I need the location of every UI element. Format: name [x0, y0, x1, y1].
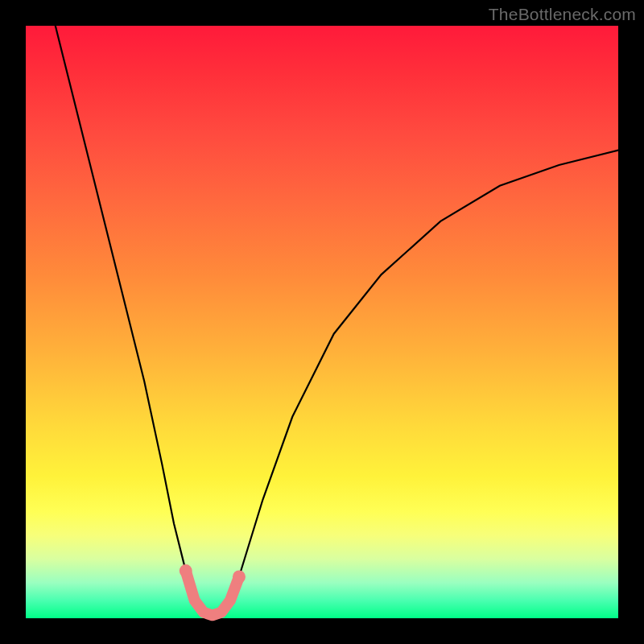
curve-svg — [26, 26, 618, 618]
bottleneck-curve-path — [56, 26, 618, 615]
svg-point-1 — [233, 570, 246, 583]
svg-point-0 — [180, 564, 192, 577]
plot-area — [26, 26, 618, 618]
watermark-text: TheBottleneck.com — [489, 5, 636, 24]
chart-frame: TheBottleneck.com — [0, 0, 644, 644]
bottleneck-highlight — [180, 564, 246, 615]
